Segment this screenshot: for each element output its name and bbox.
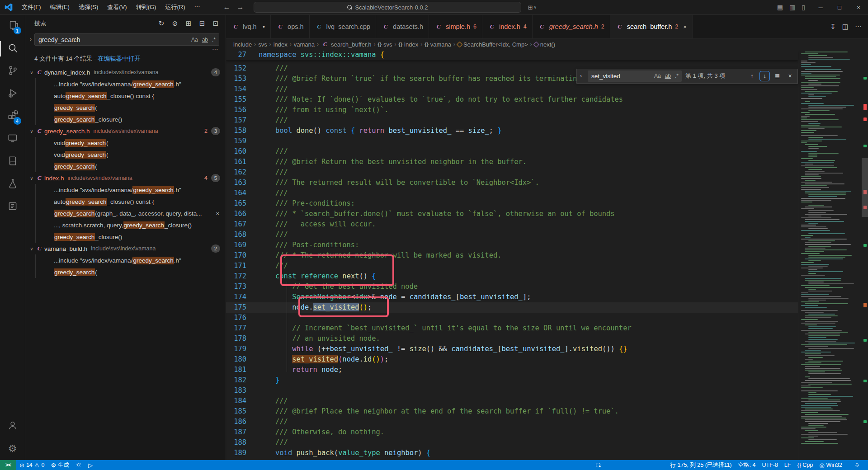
breadcrumb-item[interactable]: {}vamana — [425, 41, 451, 48]
sticky-scroll-line[interactable]: 27namespace svs::index::vamana { — [226, 50, 798, 60]
chevron-down-icon[interactable]: ∨ — [28, 129, 35, 134]
command-center-search[interactable]: ScalableVectorSearch-0.0.2 — [254, 2, 521, 13]
open-window-menu-icon[interactable]: ⊞∨ — [528, 4, 537, 11]
remote-indicator[interactable]: >< — [0, 460, 16, 470]
toggle-search-details-icon[interactable]: ⋯ — [212, 47, 218, 52]
status-zoom-indicator[interactable] — [593, 460, 604, 470]
breadcrumb-item[interactable]: include — [233, 41, 252, 48]
regex-icon[interactable]: .* — [211, 36, 217, 43]
menu-G[interactable]: 转到(G) — [132, 1, 160, 13]
close-button[interactable]: × — [849, 0, 868, 14]
search-match-row[interactable]: greedy_search_closure() — [35, 231, 226, 243]
code-line-169[interactable]: 169 /// Post-conditions: — [226, 240, 798, 250]
tab-search_buffer.h[interactable]: Csearch_buffer.h2× — [610, 15, 693, 38]
code-line-157[interactable]: 157 /// — [226, 115, 798, 126]
refresh-icon[interactable]: ↻ — [157, 19, 166, 28]
toggle-secondary-sidebar-icon[interactable]: ▯ — [799, 3, 807, 12]
search-match-row[interactable]: ...include "svs/index/vamana/greedy_sear… — [35, 254, 226, 266]
new-search-editor-icon[interactable]: ⊞ — [184, 19, 193, 28]
code-line-154[interactable]: 154 /// — [226, 84, 798, 94]
search-file-row[interactable]: ∨Cgreedy_search.hinclude\svs\index\vaman… — [25, 125, 226, 137]
code-line-166[interactable]: 166 /// * `search_buffer.done()` must ev… — [226, 209, 798, 219]
search-match-row[interactable]: ...include "svs/index/vamana/greedy_sear… — [35, 78, 226, 90]
code-line-159[interactable]: 159 — [226, 136, 798, 146]
menu-S[interactable]: 选择(S) — [75, 1, 102, 13]
find-in-selection-icon[interactable]: ≣ — [773, 71, 782, 81]
code-line-184[interactable]: 184 /// — [226, 396, 798, 406]
status-eol[interactable]: LF — [781, 460, 794, 470]
status-run[interactable]: ▷ — [85, 460, 96, 470]
toggle-panel-icon[interactable]: ▥ — [787, 3, 797, 12]
activity-item-run-debug[interactable] — [0, 83, 25, 105]
code-line-175[interactable]: 175 node.set_visited(); — [226, 302, 798, 313]
dismiss-match-icon[interactable]: × — [216, 210, 219, 217]
code-line-155[interactable]: 155 /// Note: If `done()` evaluates to `… — [226, 94, 798, 105]
collapse-all-icon[interactable]: ⊟ — [198, 19, 207, 28]
split-editor-icon[interactable]: ◫ — [842, 23, 849, 31]
menu-V[interactable]: 查看(V) — [103, 1, 131, 13]
activity-item-extensions[interactable]: 4 — [0, 105, 25, 128]
find-regex-icon[interactable]: .* — [674, 72, 680, 80]
scrollbar-thumb[interactable] — [862, 158, 868, 217]
search-match-row[interactable]: greedy_search(graph_, data_, accessor, q… — [35, 207, 226, 219]
code-line-172[interactable]: 172 const_reference next() { — [226, 271, 798, 282]
code-line-180[interactable]: 180 set_visited(node.id()); — [226, 354, 798, 365]
whole-word-icon[interactable]: ab — [201, 36, 209, 43]
code-line-161[interactable]: 161 /// @brief Return the best unvisited… — [226, 157, 798, 167]
menu-F[interactable]: 文件(F) — [18, 1, 45, 13]
code-editor[interactable]: 27namespace svs::index::vamana { 152 ///… — [226, 50, 868, 460]
tab-ops.h[interactable]: Cops.h — [271, 15, 309, 38]
code-line-160[interactable]: 160 /// — [226, 146, 798, 157]
breadcrumb-item[interactable]: vamana — [294, 41, 315, 48]
code-line-185[interactable]: 185 /// @brief Place the neighbor at the… — [226, 406, 798, 417]
search-match-row[interactable]: greedy_search_closure() — [35, 113, 226, 125]
breadcrumb-item[interactable]: index — [274, 41, 288, 48]
tab-greedy_search.h[interactable]: Cgreedy_search.h2 — [533, 15, 610, 38]
find-toggle-replace-icon[interactable]: › — [578, 73, 584, 79]
code-line-165[interactable]: 165 /// Pre-conditions: — [226, 198, 798, 209]
code-line-167[interactable]: 167 /// access will occur. — [226, 219, 798, 230]
tab-index.h[interactable]: Cindex.h4 — [482, 15, 533, 38]
code-line-168[interactable]: 168 /// — [226, 230, 798, 240]
code-line-186[interactable]: 186 /// — [226, 417, 798, 427]
open-in-editor-link[interactable]: 在编辑器中打开 — [98, 55, 141, 62]
status-debug[interactable] — [72, 460, 85, 470]
minimap[interactable] — [798, 50, 868, 460]
search-match-row[interactable]: ...include "svs/index/vamana/greedy_sear… — [35, 184, 226, 196]
code-line-162[interactable]: 162 /// — [226, 167, 798, 178]
code-line-176[interactable]: 176 — [226, 313, 798, 323]
toggle-sidebar-icon[interactable]: ▤ — [775, 3, 785, 12]
status-compiler-kit[interactable]: ◎Win32 — [816, 460, 845, 470]
code-line-177[interactable]: 177 // Increment `best_unvisited_` until… — [226, 323, 798, 334]
toggle-replace-icon[interactable]: › — [27, 36, 34, 42]
activity-item-account[interactable] — [0, 415, 25, 437]
code-line-173[interactable]: 173 // Get the best unvisited node — [226, 282, 798, 292]
code-line-156[interactable]: 156 /// from it using `next()`. — [226, 105, 798, 115]
back-icon[interactable]: ← — [223, 3, 230, 11]
search-match-row[interactable]: greedy_search( — [35, 160, 226, 172]
chevron-down-icon[interactable]: ∨ — [28, 246, 35, 251]
activity-item-settings[interactable]: ⚙ — [0, 437, 25, 460]
status-indentation[interactable]: 空格: 4 — [735, 460, 759, 470]
search-match-row[interactable]: void greedy_search( — [35, 137, 226, 149]
activity-item-remote-explorer[interactable] — [0, 128, 25, 150]
code-line-171[interactable]: 171 /// — [226, 261, 798, 271]
search-input[interactable]: greedy_search Aa ab .* — [34, 33, 219, 46]
minimize-button[interactable]: ─ — [811, 0, 830, 14]
menu-E[interactable]: 编辑(E) — [46, 1, 74, 13]
search-match-row[interactable]: void greedy_search( — [35, 149, 226, 160]
run-or-debug-icon[interactable]: ↧ — [830, 23, 836, 31]
code-line-164[interactable]: 164 /// — [226, 188, 798, 198]
code-line-158[interactable]: 158 bool done() const { return best_unvi… — [226, 126, 798, 136]
breadcrumb-item[interactable]: {}index — [398, 41, 418, 48]
breadcrumb-item[interactable]: next() — [534, 41, 555, 48]
status-problems[interactable]: ⊘14⚠0 — [16, 460, 47, 470]
activity-item-custom-view[interactable] — [0, 196, 25, 218]
activity-item-explorer[interactable]: 1 — [0, 15, 25, 38]
status-build[interactable]: ⚙生成 — [47, 460, 72, 470]
status-language-mode[interactable]: {} Cpp — [794, 460, 816, 470]
status-notifications[interactable] — [851, 460, 863, 470]
breadcrumb-item[interactable]: svs — [258, 41, 267, 48]
tab-datasets.h[interactable]: Cdatasets.h — [376, 15, 429, 38]
code-line-183[interactable]: 183 — [226, 385, 798, 396]
